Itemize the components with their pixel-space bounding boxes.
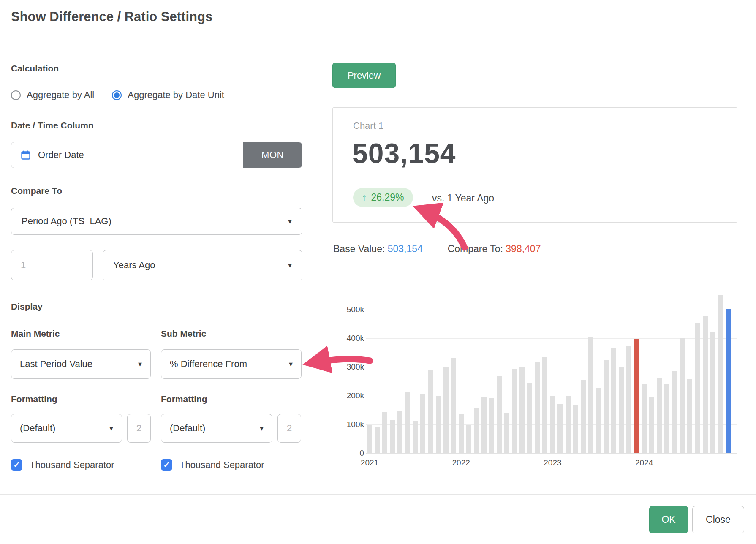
chart-bar xyxy=(519,367,525,453)
sub-thousand-separator-checkbox[interactable]: ✓ Thousand Separator xyxy=(161,459,264,471)
chart-bar xyxy=(397,411,402,453)
change-percent: 26.29% xyxy=(371,192,404,203)
difference-ratio-settings-dialog: Show Difference / Ratio Settings Calcula… xyxy=(0,0,756,544)
chart-bar xyxy=(604,360,609,453)
checkbox-checked-icon: ✓ xyxy=(161,459,172,471)
chart-bar xyxy=(710,332,715,453)
digits-value: 2 xyxy=(287,423,292,434)
compare-unit-select[interactable]: Years Ago ▾ xyxy=(103,250,302,280)
sub-formatting-value: (Default) xyxy=(170,423,205,434)
chart-bar xyxy=(428,370,433,453)
chart-bar xyxy=(657,378,662,453)
compare-unit-value: Years Ago xyxy=(113,260,155,271)
chart-bar xyxy=(634,339,639,453)
close-button[interactable]: Close xyxy=(692,506,744,533)
chart-bar xyxy=(687,379,692,453)
radio-icon xyxy=(11,90,21,100)
preview-card: Chart 1 503,154 ↑ 26.29% vs. 1 Year Ago xyxy=(332,107,737,223)
chart-bar xyxy=(451,358,456,453)
caret-down-icon: ▾ xyxy=(109,424,113,432)
chart-bar xyxy=(664,384,669,453)
chart-bar xyxy=(497,376,502,453)
main-formatting-select[interactable]: (Default) ▾ xyxy=(11,414,122,443)
preview-chart: 0100k200k300k400k500k2021202220232024 xyxy=(338,291,737,473)
y-axis-tick-label: 400k xyxy=(338,334,364,343)
sub-metric-value: % Difference From xyxy=(170,359,247,370)
chart-bar xyxy=(420,394,425,453)
main-formatting-value: (Default) xyxy=(20,423,55,434)
chart-bar xyxy=(413,421,418,453)
main-metric-select[interactable]: Last Period Value ▾ xyxy=(11,349,151,379)
chart-bar xyxy=(504,413,509,453)
chart-bar xyxy=(375,427,380,453)
radio-aggregate-by-date-unit[interactable]: Aggregate by Date Unit xyxy=(112,90,224,101)
vs-period-label: vs. 1 Year Ago xyxy=(432,193,494,204)
chart-bar xyxy=(557,404,563,453)
chart-bar xyxy=(619,367,624,453)
compare-amount-value: 1 xyxy=(21,260,26,271)
base-compare-row: Base Value: 503,154 Compare To: 398,407 xyxy=(333,243,541,255)
chart-bar xyxy=(703,316,708,453)
date-column-value: Order Date xyxy=(38,150,84,160)
chart-bar xyxy=(535,362,540,453)
chart-bar xyxy=(459,414,464,453)
date-unit-badge[interactable]: MON xyxy=(243,142,302,168)
chart-bar xyxy=(390,420,395,453)
caret-down-icon: ▾ xyxy=(289,360,293,368)
display-label: Display xyxy=(11,302,43,312)
chart-bar xyxy=(695,323,700,453)
checkbox-label: Thousand Separator xyxy=(30,460,114,471)
sub-formatting-label: Formatting xyxy=(161,394,207,404)
caret-down-icon: ▾ xyxy=(288,218,292,225)
chart-bar xyxy=(611,348,616,453)
chart-bar xyxy=(382,412,387,453)
main-formatting-label: Formatting xyxy=(11,394,57,404)
chart-bar xyxy=(726,309,731,453)
preview-button[interactable]: Preview xyxy=(332,63,396,88)
date-column-field[interactable]: Order Date MON xyxy=(11,142,302,168)
checkbox-checked-icon: ✓ xyxy=(11,459,22,471)
compare-period-select[interactable]: Period Ago (TS_LAG) ▾ xyxy=(11,208,302,235)
chart-bar xyxy=(542,357,547,453)
chart-bar xyxy=(626,346,631,453)
radio-aggregate-by-all[interactable]: Aggregate by All xyxy=(11,90,94,101)
ok-button[interactable]: OK xyxy=(649,506,688,533)
caret-down-icon: ▾ xyxy=(138,360,142,368)
chart-card-title: Chart 1 xyxy=(353,120,383,131)
page-title: Show Difference / Ratio Settings xyxy=(11,9,212,24)
calendar-icon xyxy=(21,150,31,160)
compare-period-value: Period Ago (TS_LAG) xyxy=(22,216,111,227)
digits-value: 2 xyxy=(136,423,141,434)
panel-divider xyxy=(315,44,315,494)
chart-bar xyxy=(581,380,586,453)
chart-bar xyxy=(573,405,578,453)
sub-metric-select[interactable]: % Difference From ▾ xyxy=(161,349,302,379)
radio-icon xyxy=(112,90,122,100)
chart-bar xyxy=(550,396,555,453)
chart-bar xyxy=(481,397,487,453)
chart-bar xyxy=(474,408,479,453)
y-axis-tick-label: 200k xyxy=(338,391,364,400)
base-value-label: Base Value: xyxy=(333,243,385,254)
compare-amount-input[interactable]: 1 xyxy=(11,250,93,280)
calculation-radio-group: Aggregate by All Aggregate by Date Unit xyxy=(11,90,224,101)
chart-bar xyxy=(718,295,723,453)
main-thousand-separator-checkbox[interactable]: ✓ Thousand Separator xyxy=(11,459,114,471)
main-formatting-digits-input[interactable]: 2 xyxy=(127,414,151,443)
up-arrow-icon: ↑ xyxy=(362,192,367,203)
chart-bar xyxy=(512,369,517,453)
compare-to-value-label: Compare To: xyxy=(448,243,503,254)
chart-bar xyxy=(466,425,471,453)
y-gridline xyxy=(366,453,737,454)
x-axis-tick-label: 2021 xyxy=(361,458,378,468)
sub-formatting-select[interactable]: (Default) ▾ xyxy=(161,414,272,443)
sub-formatting-digits-input[interactable]: 2 xyxy=(277,414,301,443)
radio-label: Aggregate by All xyxy=(27,90,94,101)
sub-metric-label: Sub Metric xyxy=(161,329,206,339)
caret-down-icon: ▾ xyxy=(260,424,264,432)
chart-bar xyxy=(596,388,601,453)
chart-bar xyxy=(649,397,654,453)
chart-bar xyxy=(566,396,571,453)
date-time-column-label: Date / Time Column xyxy=(11,120,94,131)
chart-bar xyxy=(436,396,441,453)
